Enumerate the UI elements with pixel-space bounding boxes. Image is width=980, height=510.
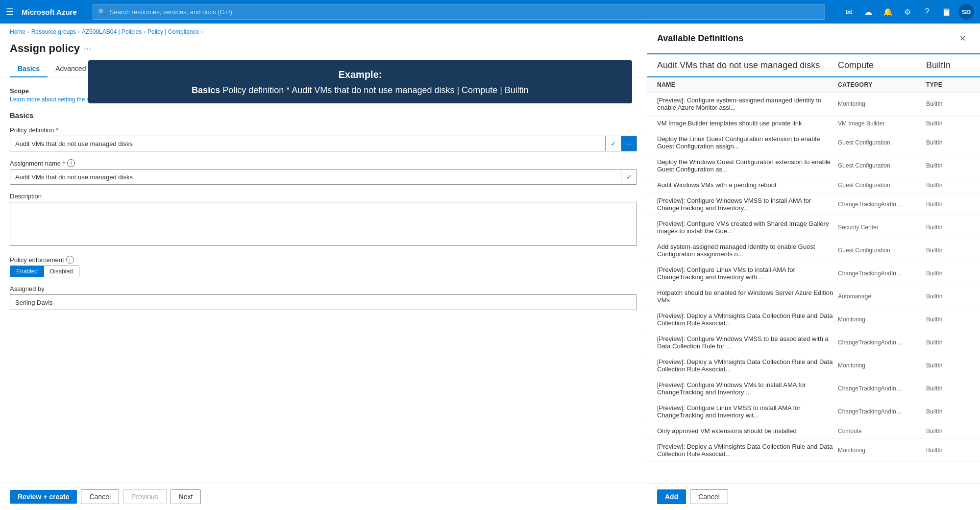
list-item[interactable]: Deploy the Windows Guest Configuration e… xyxy=(647,154,980,177)
description-textarea[interactable] xyxy=(10,202,637,246)
def-name-8: [Preview]: Configure Linux VMs to instal… xyxy=(657,266,838,281)
selected-def-category: Compute xyxy=(838,60,926,71)
main-container: Home › Resource groups › AZ500LAB04 | Po… xyxy=(0,24,980,510)
cloud-icon[interactable]: ☁ xyxy=(860,4,876,20)
page-menu-icon[interactable]: ··· xyxy=(84,44,91,54)
def-category-4: Guest Configuration xyxy=(838,182,926,189)
list-item[interactable]: Hotpatch should be enabled for Windows S… xyxy=(647,285,980,308)
avatar[interactable]: SD xyxy=(958,4,974,20)
def-name-16: [Preview]: Deploy a VMInsights Data Coll… xyxy=(657,443,838,458)
def-type-5: BuiltIn xyxy=(926,201,970,208)
def-category-2: Guest Configuration xyxy=(838,139,926,146)
hamburger-icon[interactable]: ☰ xyxy=(6,6,14,17)
list-item[interactable]: [Preview]: Deploy a VMInsights Data Coll… xyxy=(647,354,980,377)
assignment-info-icon[interactable]: i xyxy=(67,159,75,167)
settings-icon[interactable]: ⚙ xyxy=(900,4,915,20)
left-panel: Home › Resource groups › AZ500LAB04 | Po… xyxy=(0,24,647,510)
content-area: Scope Learn more about setting the scope… xyxy=(0,77,647,328)
banner-subtitle: Basics Policy definition * Audit VMs tha… xyxy=(100,84,620,97)
policy-definition-check-btn[interactable]: ✓ xyxy=(605,136,621,151)
previous-button[interactable]: Previous xyxy=(123,489,166,504)
search-bar[interactable]: 🔍 Search resources, services, and docs (… xyxy=(93,4,825,20)
bell-icon[interactable]: 🔔 xyxy=(880,4,896,20)
add-button[interactable]: Add xyxy=(657,489,686,504)
breadcrumb-sep-2: › xyxy=(78,29,80,35)
def-category-7: Guest Configuration xyxy=(838,247,926,254)
def-name-11: [Preview]: Configure Windows VMSS to be … xyxy=(657,335,838,350)
assignment-name-input[interactable] xyxy=(10,170,621,184)
list-item[interactable]: [Preview]: Deploy a VMInsights Data Coll… xyxy=(647,439,980,462)
def-name-6: [Preview]: Configure VMs created with Sh… xyxy=(657,220,838,235)
basics-title: Basics xyxy=(10,111,637,120)
panel-title: Available Definitions xyxy=(657,33,743,44)
policy-enforcement-group: Policy enforcement i Enabled Disabled xyxy=(10,256,637,277)
next-button[interactable]: Next xyxy=(171,489,201,504)
help-icon[interactable]: ? xyxy=(919,4,935,20)
feedback-icon[interactable]: 📋 xyxy=(939,4,955,20)
enforcement-disabled-btn[interactable]: Disabled xyxy=(44,266,79,277)
list-item[interactable]: [Preview]: Configure Linux VMs to instal… xyxy=(647,262,980,285)
tab-advanced[interactable]: Advanced xyxy=(48,61,94,77)
page-title: Assign policy xyxy=(10,42,80,55)
table-header: NAME CATEGORY TYPE xyxy=(647,77,980,93)
list-item[interactable]: [Preview]: Configure VMs created with Sh… xyxy=(647,216,980,239)
list-item[interactable]: VM Image Builder templates should use pr… xyxy=(647,116,980,131)
list-item[interactable]: [Preview]: Configure Windows VMs to inst… xyxy=(647,377,980,400)
list-item[interactable]: [Preview]: Configure Windows VMSS to be … xyxy=(647,331,980,354)
breadcrumb-sep-1: › xyxy=(27,29,29,35)
page-header: Assign policy ··· xyxy=(0,40,647,61)
list-item[interactable]: Only approved VM extensions should be in… xyxy=(647,423,980,439)
def-name-9: Hotpatch should be enabled for Windows S… xyxy=(657,289,838,304)
cancel-button[interactable]: Cancel xyxy=(81,489,119,504)
def-name-5: [Preview]: Configure Windows VMSS to ins… xyxy=(657,197,838,212)
policy-definition-label: Policy definition * xyxy=(10,126,637,134)
policy-definition-input[interactable] xyxy=(10,136,605,151)
search-icon: 🔍 xyxy=(98,8,106,16)
breadcrumb-home[interactable]: Home xyxy=(10,28,25,35)
assigned-by-group: Assigned by xyxy=(10,285,637,310)
assignment-name-check-btn[interactable]: ✓ xyxy=(621,170,637,184)
panel-header: Available Definitions ✕ xyxy=(647,24,980,53)
def-category-15: Compute xyxy=(838,428,926,435)
list-item[interactable]: Add system-assigned managed identity to … xyxy=(647,239,980,262)
list-item[interactable]: [Preview]: Configure system-assigned man… xyxy=(647,93,980,116)
def-type-7: BuiltIn xyxy=(926,247,970,254)
list-item[interactable]: Deploy the Linux Guest Configuration ext… xyxy=(647,131,980,154)
def-category-3: Guest Configuration xyxy=(838,162,926,169)
panel-footer: Add Cancel xyxy=(647,483,980,510)
assignment-name-label: Assignment name * i xyxy=(10,159,637,167)
def-category-10: Monitoring xyxy=(838,316,926,323)
def-name-13: [Preview]: Configure Windows VMs to inst… xyxy=(657,381,838,396)
app-logo: Microsoft Azure xyxy=(22,8,77,16)
breadcrumb-policy-compliance[interactable]: Policy | Compliance xyxy=(147,28,199,35)
enforcement-enabled-btn[interactable]: Enabled xyxy=(10,266,44,277)
breadcrumb-resource-groups[interactable]: Resource groups xyxy=(31,28,76,35)
assigned-by-input[interactable] xyxy=(10,294,637,310)
def-type-13: BuiltIn xyxy=(926,385,970,392)
def-name-10: [Preview]: Deploy a VMInsights Data Coll… xyxy=(657,312,838,327)
selected-def-name: Audit VMs that do not use managed disks xyxy=(657,60,838,71)
topbar-icons: ✉ ☁ 🔔 ⚙ ? 📋 SD xyxy=(841,4,974,20)
def-category-6: Security Center xyxy=(838,224,926,231)
list-item[interactable]: [Preview]: Configure Linux VMSS to insta… xyxy=(647,400,980,423)
def-type-2: BuiltIn xyxy=(926,139,970,146)
breadcrumb: Home › Resource groups › AZ500LAB04 | Po… xyxy=(0,24,647,40)
review-create-button[interactable]: Review + create xyxy=(10,490,77,504)
policy-definition-browse-btn[interactable]: ··· xyxy=(621,136,637,151)
def-type-1: BuiltIn xyxy=(926,120,970,127)
def-name-1: VM Image Builder templates should use pr… xyxy=(657,120,838,127)
assignment-required-star: * xyxy=(63,160,65,167)
def-type-11: BuiltIn xyxy=(926,339,970,346)
panel-close-btn[interactable]: ✕ xyxy=(955,30,970,46)
notifications-icon[interactable]: ✉ xyxy=(841,4,857,20)
tab-basics[interactable]: Basics xyxy=(10,61,48,77)
list-item[interactable]: [Preview]: Configure Windows VMSS to ins… xyxy=(647,193,980,216)
breadcrumb-lab[interactable]: AZ500LAB04 | Policies xyxy=(82,28,142,35)
def-type-4: BuiltIn xyxy=(926,182,970,189)
list-item[interactable]: Audit Windows VMs with a pending reboot … xyxy=(647,177,980,193)
enforcement-info-icon[interactable]: i xyxy=(66,256,74,264)
def-type-15: BuiltIn xyxy=(926,428,970,435)
list-item[interactable]: [Preview]: Deploy a VMInsights Data Coll… xyxy=(647,308,980,331)
definitions-cancel-btn[interactable]: Cancel xyxy=(690,489,728,504)
def-category-14: ChangeTrackingAndIn... xyxy=(838,408,926,415)
